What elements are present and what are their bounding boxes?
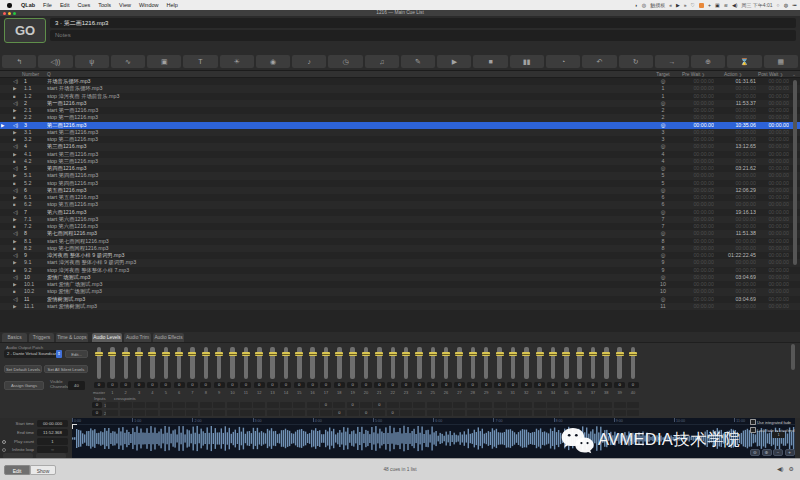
crosspoint-1-18[interactable]	[333, 402, 345, 408]
fader-handle-14[interactable]	[282, 352, 290, 356]
fader-handle-25[interactable]	[429, 352, 437, 356]
cue-row-11.1[interactable]: ▶11.1start 爱情树测试.mp31100:00.0000:00.0000…	[0, 303, 800, 310]
fader-handle-15[interactable]	[295, 352, 303, 356]
fader-value-32[interactable]: 0	[521, 382, 532, 388]
fader-value-8[interactable]: 0	[200, 382, 211, 388]
crosspoint-2-23[interactable]	[400, 410, 412, 416]
crosspoint-1-15[interactable]	[293, 402, 305, 408]
fader-handle-13[interactable]	[269, 352, 277, 356]
crosspoint-1-37[interactable]	[587, 402, 599, 408]
crosspoint-2-40[interactable]	[627, 410, 639, 416]
cue-row-8.2[interactable]: ■8.2stop 第七画回程1216.mp3800:00.0000:00.000…	[0, 245, 800, 252]
fader-handle-21[interactable]	[375, 352, 383, 356]
fader-handle-26[interactable]	[442, 352, 450, 356]
fader-handle-2[interactable]	[122, 352, 130, 356]
fader-handle-35[interactable]	[562, 352, 570, 356]
fader-value-9[interactable]: 0	[214, 382, 225, 388]
crosspoint-2-22[interactable]: 0	[387, 410, 399, 416]
crosspoint-2-36[interactable]	[574, 410, 586, 416]
fader-value-7[interactable]: 0	[187, 382, 198, 388]
fader-value-22[interactable]: 0	[387, 382, 398, 388]
fader-handle-23[interactable]	[402, 352, 410, 356]
crosspoint-1-32[interactable]	[520, 402, 532, 408]
crosspoint-2-30[interactable]	[494, 410, 506, 416]
timecode-cue-icon[interactable]: ◷	[328, 55, 362, 68]
cue-row-2[interactable]: ◁)2第一画1216.mp3◎00:00.0011:53.3700:00.00	[0, 100, 800, 107]
pause-cue-icon[interactable]: ▮▮	[510, 55, 544, 68]
menu-file[interactable]: File	[39, 2, 56, 8]
crosspoint-2-12[interactable]	[253, 410, 265, 416]
mic-cue-icon[interactable]: ψ	[75, 55, 109, 68]
fader-value-master[interactable]: 0	[94, 382, 105, 388]
fader-value-27[interactable]: 0	[454, 382, 465, 388]
fader-value-28[interactable]: 0	[467, 382, 478, 388]
fader-handle-40[interactable]	[629, 352, 637, 356]
crosspoint-1-24[interactable]	[413, 402, 425, 408]
crosspoint-1-22[interactable]	[387, 402, 399, 408]
cue-row-1.1[interactable]: ▶1.1start 开场音乐循环.mp3100:00.0000:00.0000:…	[0, 85, 800, 92]
fader-value-14[interactable]: 0	[280, 382, 291, 388]
reset-cue-icon[interactable]: ↶	[582, 55, 616, 68]
light-cue-icon[interactable]: ☀	[220, 55, 254, 68]
fader-value-26[interactable]: 0	[441, 382, 452, 388]
crosspoint-2-20[interactable]: 0	[360, 410, 372, 416]
cue-row-1.2[interactable]: ■1.2stop 漳河夜画 开场前音乐.mp3100:00.0000:00.00…	[0, 93, 800, 100]
input-level-1[interactable]: 0	[92, 402, 102, 408]
play-icon[interactable]: ▶	[676, 2, 680, 8]
fader-handle-1[interactable]	[108, 352, 116, 356]
cue-row-6.2[interactable]: ■6.2stop 第五画1216.mp3600:00.0000:00.0000:…	[0, 201, 800, 208]
fader-handle-16[interactable]	[309, 352, 317, 356]
fader-handle-30[interactable]	[496, 352, 504, 356]
notes-field[interactable]: Notes	[50, 30, 796, 41]
crosspoint-1-6[interactable]	[173, 402, 185, 408]
fader-value-37[interactable]: 0	[587, 382, 598, 388]
fader-handle-master[interactable]	[95, 352, 103, 356]
tab-audio-effects[interactable]: Audio Effects	[153, 333, 184, 342]
color-swatch[interactable]	[699, 3, 704, 8]
crosspoint-1-28[interactable]	[467, 402, 479, 408]
devamp-cue-icon[interactable]: ↻	[619, 55, 653, 68]
fader-value-10[interactable]: 0	[227, 382, 238, 388]
heart-icon[interactable]: ♡	[691, 2, 695, 8]
menu-qlab[interactable]: QLab	[17, 2, 39, 8]
crosspoint-2-7[interactable]	[186, 410, 198, 416]
fader-value-24[interactable]: 0	[414, 382, 425, 388]
fader-value-4[interactable]: 0	[147, 382, 158, 388]
plus-icon[interactable]: +	[708, 2, 711, 8]
crosspoint-1-29[interactable]	[480, 402, 492, 408]
crosspoint-1-2[interactable]	[120, 402, 132, 408]
assign-gangs-button[interactable]: Assign Gangs	[4, 381, 44, 390]
fader-handle-18[interactable]	[335, 352, 343, 356]
visible-channels-value[interactable]: 40	[68, 381, 85, 390]
menu-edit[interactable]: Edit	[56, 2, 73, 8]
rewind-icon[interactable]: «	[669, 2, 672, 8]
crosspoint-2-6[interactable]	[173, 410, 185, 416]
list-icon[interactable]: ≔	[792, 2, 797, 8]
fader-value-21[interactable]: 0	[374, 382, 385, 388]
crosspoint-2-25[interactable]	[427, 410, 439, 416]
cue-row-9[interactable]: ◁)9漳河夜画 整体小样 9 题词男.mp3◎00:00.0001:22:22.…	[0, 252, 800, 259]
fader-value-18[interactable]: 0	[334, 382, 345, 388]
crosspoint-2-8[interactable]	[200, 410, 212, 416]
crosspoint-2-18[interactable]: 0	[333, 410, 345, 416]
crosspoint-2-5[interactable]	[160, 410, 172, 416]
crosspoint-1-19[interactable]: 0	[347, 402, 359, 408]
fader-value-1[interactable]: 0	[107, 382, 118, 388]
fader-handle-24[interactable]	[415, 352, 423, 356]
fader-value-31[interactable]: 0	[507, 382, 518, 388]
crosspoint-2-21[interactable]	[373, 410, 385, 416]
midi-cue-icon[interactable]: ◉	[256, 55, 290, 68]
crosspoint-1-33[interactable]	[534, 402, 546, 408]
column-action[interactable]: Action ❯	[724, 71, 742, 78]
cue-list-scrollbar[interactable]	[793, 80, 797, 265]
cue-row-6.1[interactable]: ▶6.1start 第五画1216.mp3600:00.0000:00.0000…	[0, 194, 800, 201]
cue-row-8.1[interactable]: ▶8.1start 第七画回程1216.mp3800:00.0000:00.00…	[0, 238, 800, 245]
fader-value-13[interactable]: 0	[267, 382, 278, 388]
fader-value-15[interactable]: 0	[294, 382, 305, 388]
fader-value-5[interactable]: 0	[160, 382, 171, 388]
cue-row-10.2[interactable]: ■10.2stop 爱情广场测试.mp31000:00.0000:00.0000…	[0, 288, 800, 295]
cue-row-3.2[interactable]: ■3.2stop 第二画1216.mp3300:00.0000:00.0000:…	[0, 136, 800, 143]
crosspoint-1-13[interactable]	[267, 402, 279, 408]
crosspoint-1-4[interactable]	[146, 402, 158, 408]
cue-row-7.1[interactable]: ▶7.1start 第六画1216.mp3700:00.0000:00.0000…	[0, 216, 800, 223]
